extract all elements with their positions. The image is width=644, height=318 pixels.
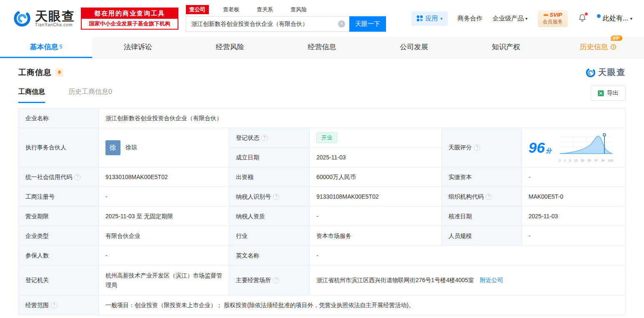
table-row: 营业期限 2025-11-03 至 无固定期限 纳税人资质 - 核准日期 202… [19,207,626,226]
info-icon[interactable]: ? [261,135,268,141]
label-text: 纳税人识别号 [236,193,271,200]
label-tianyan-score: 天眼评分? [442,128,522,167]
value-registry-authority: 杭州高新技术产业开发区（滨江）市场监督管理局 [99,265,229,295]
info-icon[interactable]: ? [486,194,492,200]
value-company-type: 有限合伙企业 [99,226,229,246]
slogan-line1: 都在用的商业查询工具 [82,8,178,19]
info-icon[interactable]: ? [474,144,480,151]
label-company-type: 企业类型 [19,226,99,246]
label-text: 天眼评分 [449,144,472,151]
business-cooperation-link[interactable]: 商务合作 [458,15,483,23]
subtab-business-info[interactable]: 工商信息 [18,88,45,103]
subtab-history-label: 历史工商信息 [68,88,108,95]
table-row: 参保人数 - 英文名称 - [19,246,626,265]
info-icon[interactable]: ? [273,277,279,283]
clear-search-icon[interactable]: × [338,20,345,28]
value-capital: 60000万人民币 [310,167,442,187]
label-capital: 出资额 [229,167,310,187]
search-input[interactable] [186,16,349,32]
label-business-scope: 经营范围? [19,295,99,315]
label-taxpayer-id: 纳税人识别号? [229,187,310,207]
chevron-down-icon: ▾ [526,16,528,21]
monitor-bell-button[interactable] [55,68,63,77]
tab-operating-risk[interactable]: 经营风险 [184,37,276,58]
label-credit-code: 统一社会信用代码? [19,167,99,187]
notification-dot [585,13,588,15]
slogan-box: 都在用的商业查询工具 国家中小企业发展子基金旗下机构 [81,8,178,30]
tab-legal-proceedings-label: 法律诉讼 [124,42,152,52]
tab-intellectual-property[interactable]: 知识产权 [460,37,552,58]
info-icon[interactable]: ? [273,194,279,200]
label-established-date: 成立日期 [229,148,310,167]
nearby-companies-link[interactable]: 附近公司 [480,277,503,283]
table-row: 经营范围? 一般项目：创业投资（限投资未上市企业）； 股权投资(除依法须经批准的… [19,295,626,315]
value-taxpayer-id: 91330108MAK00E5T02 [310,187,442,207]
enterprise-products-label: 企业级产品 [493,15,524,23]
info-icon[interactable]: ? [74,174,80,180]
vip-badge: VIP [611,35,622,41]
subtab-history-business-info[interactable]: 历史工商信息0 [68,88,112,103]
label-text: 主要经营场所 [236,277,271,283]
history-inner: 历史信息 VIP [580,42,616,52]
value-insured-count: - [99,246,229,265]
user-label: 此处有... [603,14,628,23]
label-english-name: 英文名称 [229,246,310,265]
apps-grid-icon [416,15,423,22]
business-info-table: 企业名称 浙江创新数谷创业投资合伙企业（有限合伙） 执行事务合伙人 徐 徐琼 登… [18,108,626,315]
section-title-wrap: 工商信息 [18,67,63,78]
svip-member-button[interactable]: SVIP 会员服务 [538,10,568,27]
table-row: 执行事务合伙人 徐 徐琼 登记状态? 开业 天眼评分? [19,128,626,148]
logo-text: 天眼查 TianYanCha.com [35,10,75,28]
value-credit-code: 91330108MAK00E5T02 [99,167,229,187]
tab-intellectual-property-label: 知识产权 [492,42,520,52]
label-org-code: 组织机构代码? [442,187,522,207]
tab-basic-info[interactable]: 基本信息 5 [0,37,92,58]
apps-button[interactable]: 应用 ▾ [411,11,448,26]
tab-legal-proceedings[interactable]: 法律诉讼 [92,37,184,58]
excel-icon [598,90,604,96]
main-nav-tabs: 基本信息 5 法律诉讼 经营风险 经营信息 公司发展 知识产权 历史信息 VIP [0,37,644,58]
search-button[interactable]: 天眼一下 [349,16,386,32]
label-registration-status: 登记状态? [229,128,310,148]
label-text: 组织机构代码 [449,193,484,200]
table-row: 企业名称 浙江创新数谷创业投资合伙企业（有限合伙） [19,109,626,128]
info-icon[interactable]: ? [51,302,57,308]
tianyancha-watermark: 天眼查 [585,67,626,78]
tab-history-info-label: 历史信息 [580,42,608,52]
value-taxpayer-qualification: - [310,207,442,226]
search-tab-company[interactable]: 查公司 [186,5,209,14]
label-registry-authority: 登记机关 [19,265,99,295]
search-tab-risk[interactable]: 查风险 [287,5,310,14]
value-business-scope: 一般项目：创业投资（限投资未上市企业）； 股权投资(除依法须经批准的项目外，凭营… [99,295,626,315]
value-business-term: 2025-11-03 至 无固定期限 [99,207,229,226]
tab-history-info[interactable]: 历史信息 VIP [552,37,644,58]
value-industry: 资本市场服务 [310,226,442,246]
tab-operating-risk-label: 经营风险 [216,42,244,52]
notification-bell-button[interactable] [578,13,587,24]
tab-company-development-label: 公司发展 [400,42,428,52]
score-curve [559,132,613,155]
user-menu[interactable]: 此处有... ▾ [597,14,632,23]
tianyancha-logo[interactable]: 天眼查 TianYanCha.com [13,9,75,28]
export-button[interactable]: 导出 [591,86,626,101]
tab-company-development[interactable]: 公司发展 [368,37,460,58]
label-industry: 行业 [229,226,310,246]
search-tab-relation[interactable]: 查关系 [253,5,276,14]
label-paid-in-capital: 实缴资本 [442,167,522,187]
search-tab-boss[interactable]: 查老板 [220,5,243,14]
svip-line1: SVIP [543,12,563,18]
partner-name-link[interactable]: 徐琼 [125,143,137,152]
address-text: 浙江省杭州市滨江区西兴街道物联网街276号1号楼4楼4005室 [316,277,474,283]
tianyancha-logo-icon [13,9,32,28]
value-paid-in-capital: - [522,167,626,187]
value-tianyan-score: 96分 [522,128,626,167]
enterprise-products-link[interactable]: 企业级产品 ▾ [493,15,528,23]
tab-operating-info[interactable]: 经营信息 [276,37,368,58]
label-insured-count: 参保人数 [19,246,99,265]
bell-icon [57,70,62,75]
table-row: 工商注册号 - 纳税人识别号? 91330108MAK00E5T02 组织机构代… [19,187,626,207]
partner-avatar[interactable]: 徐 [105,140,120,155]
user-avatar [597,14,601,18]
tab-basic-info-label: 基本信息 [30,42,58,52]
label-company-name: 企业名称 [19,109,99,128]
